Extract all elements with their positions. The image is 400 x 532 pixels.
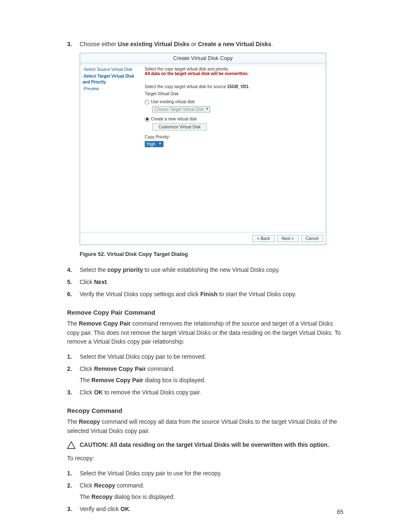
target-select-wrap: Choose Target Virtual Disk — [152, 106, 322, 112]
list-number: 6. — [67, 290, 80, 299]
list-text: Click OK to remove the Virtual Disks cop… — [80, 388, 343, 397]
text: Verify and click — [80, 506, 120, 512]
priority-label: Copy Priority: — [145, 135, 322, 139]
radio-icon — [145, 100, 149, 104]
text: . — [249, 84, 250, 89]
dialog-sidebar: -Select Source Virtual Disk -Select Targ… — [80, 63, 140, 232]
target-disk-select[interactable]: Choose Target Virtual Disk — [152, 106, 210, 112]
list-number: 4. — [67, 266, 80, 274]
paragraph: The Recopy command will recopy all data … — [67, 417, 343, 436]
dialog-main: Select the copy target virtual disk and … — [140, 63, 326, 232]
text: to start the Virtual Disks copy. — [218, 291, 296, 297]
text-bold: OK — [120, 506, 129, 512]
text: dialog box is displayed. — [143, 377, 206, 383]
instruction-text: Select the copy target virtual disk and … — [145, 67, 322, 71]
list-number: 2. — [67, 481, 80, 501]
list-text: Select the copy priority to use while es… — [80, 266, 343, 274]
list-number: 3. — [67, 388, 80, 397]
list-text: Click Remove Copy Pair command. The Remo… — [80, 365, 343, 385]
text-bold: Recopy — [94, 482, 115, 489]
text: Click — [80, 482, 94, 489]
text: Select the — [80, 266, 107, 273]
list-text: Verify the Virtual Disks copy settings a… — [80, 290, 343, 299]
text: The — [67, 418, 79, 425]
radio-label: Create a new virtual disk — [151, 117, 197, 121]
page: 3. Choose either Use existing Virtual Di… — [0, 0, 400, 532]
step-5: 5. Click Next. — [67, 278, 343, 287]
text-bold: Finish — [200, 291, 218, 297]
text-bold: Use existing Virtual Disks — [118, 41, 190, 47]
text: The — [67, 320, 79, 327]
text-bold: OK — [94, 389, 103, 396]
paragraph: The Remove Copy Pair command removes the… — [67, 319, 343, 347]
dialog-title: Create Virtual Disk Copy — [80, 53, 326, 63]
text: Click — [80, 365, 94, 372]
list-number: 1. — [67, 352, 80, 361]
sub-text: The Recopy dialog box is displayed. — [80, 493, 343, 501]
text: The — [80, 377, 91, 383]
step-4: 4. Select the copy priority to use while… — [67, 266, 343, 274]
dialog-footer: < Back Next > Cancel — [80, 232, 326, 245]
dialog-body: -Select Source Virtual Disk -Select Targ… — [80, 63, 326, 232]
next-button[interactable]: Next > — [277, 235, 299, 242]
text: Verify the Virtual Disks copy settings a… — [80, 291, 200, 297]
list-number: 5. — [67, 278, 80, 287]
page-number: 65 — [337, 509, 343, 515]
target-label: Target Virtual Disk — [145, 91, 322, 96]
text: or — [190, 41, 198, 47]
text: command. — [146, 365, 175, 372]
sub-text: The Remove Copy Pair dialog box is displ… — [80, 376, 343, 385]
text-bold: copy priority — [107, 266, 143, 273]
lead-text: To recopy: — [67, 454, 343, 463]
text-bold: Next — [94, 279, 106, 285]
text: to remove the Virtual Disks copy pair. — [103, 389, 201, 396]
recopy-step-1: 1. Select the Virtual Disks copy pair to… — [67, 469, 343, 478]
source-label: Select the copy target virtual disk for … — [145, 84, 322, 89]
text-bold: Recopy — [79, 418, 100, 425]
wizard-step-1[interactable]: -Select Source Virtual Disk — [83, 67, 138, 73]
heading-recopy: Recopy Command — [67, 407, 343, 414]
text-bold: Create a new Virtual Disks — [198, 41, 271, 47]
text: Click — [80, 389, 94, 396]
back-button[interactable]: < Back — [252, 235, 275, 242]
text: Click — [80, 279, 94, 285]
priority-select[interactable]: High — [145, 141, 164, 147]
heading-remove-copy-pair: Remove Copy Pair Command — [67, 309, 343, 316]
list-text: Select the Virtual Disks copy pair to be… — [80, 352, 343, 361]
text: . — [271, 41, 273, 47]
wizard-step-2[interactable]: -Select Target Virtual Disk and Priority — [83, 73, 138, 85]
recopy-step-3: 3. Verify and click OK. — [67, 505, 343, 514]
list-number: 3. — [67, 40, 80, 49]
radio-create-new[interactable]: Create a new virtual disk — [145, 117, 322, 122]
wizard-step-3[interactable]: -Preview — [83, 86, 138, 92]
radio-use-existing[interactable]: Use existing virtual disk — [145, 99, 322, 104]
text-bold: Remove Copy Pair — [94, 365, 146, 372]
dialog-window: Create Virtual Disk Copy -Select Source … — [80, 53, 326, 245]
step-3: 3. Choose either Use existing Virtual Di… — [67, 40, 343, 49]
remove-step-1: 1. Select the Virtual Disks copy pair to… — [67, 352, 343, 361]
list-text: Select the Virtual Disks copy pair to us… — [80, 469, 343, 478]
text: . — [129, 506, 131, 512]
recopy-step-2: 2. Click Recopy command. The Recopy dial… — [67, 481, 343, 501]
radio-icon — [145, 117, 149, 122]
list-number: 1. — [67, 469, 80, 478]
text: dialog box is displayed. — [113, 493, 175, 500]
figure: Create Virtual Disk Copy -Select Source … — [80, 53, 343, 245]
caution-notice: CAUTION: All data residing on the target… — [67, 441, 343, 449]
list-number: 2. — [67, 365, 80, 385]
text: Choose either — [80, 41, 118, 47]
text-bold: Remove Copy Pair — [91, 377, 143, 383]
list-text: Choose either Use existing Virtual Disks… — [80, 40, 343, 49]
cancel-button[interactable]: Cancel — [301, 235, 323, 242]
text: . — [107, 279, 109, 285]
list-text: Click Next. — [80, 278, 343, 287]
text: command. — [115, 482, 144, 489]
figure-caption: Figure 52. Virtual Disk Copy Target Dial… — [80, 251, 343, 257]
list-text: Click Recopy command. The Recopy dialog … — [80, 481, 343, 501]
step-6: 6. Verify the Virtual Disks copy setting… — [67, 290, 343, 299]
caution-text: CAUTION: All data residing on the target… — [80, 441, 329, 448]
text: command will recopy all data from the so… — [67, 418, 337, 434]
caution-icon — [67, 441, 75, 449]
customize-button[interactable]: Customize Virtual Disk — [152, 123, 207, 130]
remove-step-3: 3. Click OK to remove the Virtual Disks … — [67, 388, 343, 397]
